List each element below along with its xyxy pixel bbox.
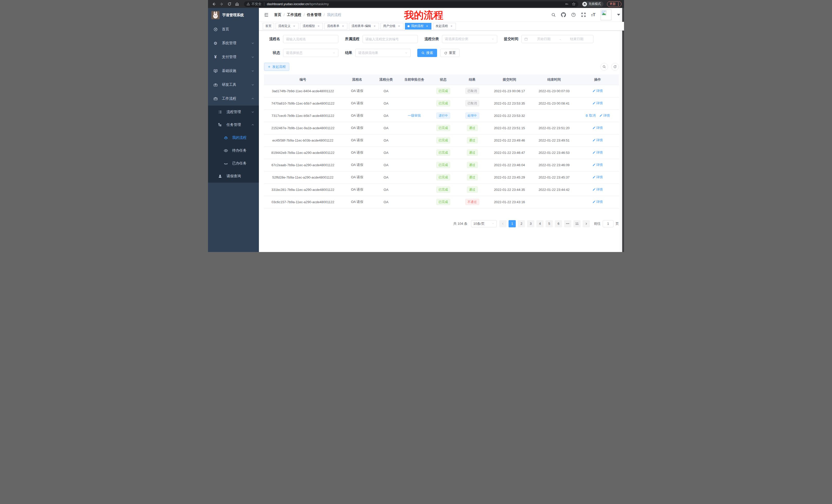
cancel-button[interactable]: 取消 [585, 113, 596, 118]
cell-status: 进行中 [429, 109, 458, 122]
breadcrumb-item-workflow[interactable]: 工作流程 [287, 12, 301, 17]
page-button-2[interactable]: 2 [518, 220, 525, 227]
sidebar-item-leave-query[interactable]: 请假查询 [208, 170, 259, 183]
page-button-5[interactable]: 5 [546, 220, 553, 227]
dashboard-icon [213, 27, 218, 32]
start-process-button[interactable]: 发起流程 [264, 63, 289, 71]
close-icon[interactable] [425, 24, 429, 28]
sidebar-collapse-button[interactable] [263, 12, 270, 18]
close-icon[interactable] [317, 24, 320, 28]
detail-label: 详情 [596, 200, 603, 204]
detail-button[interactable]: 详情 [592, 150, 603, 155]
current-task-link[interactable]: 一级审批 [408, 113, 421, 118]
detail-button[interactable]: 详情 [599, 113, 610, 118]
detail-button[interactable]: 详情 [592, 187, 603, 192]
goto-page-input[interactable] [603, 220, 614, 227]
detail-button[interactable]: 详情 [592, 89, 603, 93]
page-button-6[interactable]: 6 [555, 220, 562, 227]
result-select[interactable]: 请选择流结果 [355, 49, 411, 57]
close-icon[interactable] [397, 24, 401, 28]
sidebar-item-task-management[interactable]: 任务管理 [208, 118, 259, 131]
address-bar[interactable]: 不安全 dashboard.yudao.iocoder.cn /bpm/task… [244, 1, 578, 7]
browser-update-button[interactable]: 更新 [607, 1, 621, 7]
browser-menu-dots-icon[interactable] [618, 2, 619, 6]
process-name-input[interactable] [283, 35, 338, 43]
page-size-select[interactable]: 10条/页 [471, 220, 497, 227]
header-search-icon[interactable] [551, 12, 556, 17]
browser-back-button[interactable] [211, 1, 217, 7]
result-badge: 通过 [467, 137, 478, 143]
sidebar-item-infrastructure[interactable]: 基础设施 [208, 64, 259, 78]
sidebar-item-done-tasks[interactable]: 已办任务 [208, 157, 259, 170]
help-icon[interactable] [571, 12, 576, 17]
browser-home-button[interactable] [234, 1, 240, 7]
security-indicator[interactable]: 不安全 [246, 2, 261, 6]
breadcrumb-item-home[interactable]: 首页 [274, 12, 281, 17]
sidebar-item-my-process[interactable]: 我的流程 [208, 131, 259, 144]
process-definition-input[interactable] [363, 35, 418, 43]
sidebar-item-system[interactable]: ⚙ 系统管理 [208, 36, 259, 50]
detail-button[interactable]: 详情 [592, 175, 603, 179]
tab-home[interactable]: 首页 [263, 23, 274, 30]
password-key-icon[interactable] [565, 2, 569, 6]
fullscreen-icon[interactable] [581, 12, 586, 17]
browser-forward-button[interactable] [218, 1, 225, 7]
cell-end-time [532, 109, 576, 122]
bookmark-star-icon[interactable] [572, 2, 576, 6]
search-button[interactable]: 搜索 [417, 49, 437, 57]
font-size-icon[interactable] [591, 12, 595, 17]
hide-search-button[interactable] [600, 63, 608, 71]
tab-process-model[interactable]: 流程模型 [300, 23, 323, 30]
breadcrumb-item-task-management[interactable]: 任务管理 [307, 12, 321, 17]
page-button-3[interactable]: 3 [527, 220, 534, 227]
process-category-select[interactable]: 请选择流程分类 [442, 35, 497, 43]
table-row: 3ad174fb-7b9d-11ec-8404-acde48001122 OA … [264, 85, 619, 97]
refresh-table-button[interactable] [611, 63, 619, 71]
close-icon[interactable] [292, 24, 296, 28]
sidebar-item-label: 请假查询 [227, 174, 254, 178]
detail-button[interactable]: 详情 [592, 125, 603, 130]
tab-process-form-edit[interactable]: 流程表单-编辑 [349, 23, 379, 30]
cell-end-time: 2022-01-22 23:46:09 [532, 159, 576, 171]
process-definition-input-field[interactable] [365, 37, 415, 41]
incognito-badge: 无痕模式 [582, 1, 603, 7]
tab-my-process[interactable]: 我的流程 [405, 23, 432, 30]
chevron-down-icon [492, 222, 494, 225]
eye-closed-icon [223, 161, 229, 166]
detail-button[interactable]: 详情 [592, 200, 603, 204]
sidebar-item-workflow[interactable]: 工作流程 [208, 92, 259, 106]
detail-button[interactable]: 详情 [592, 163, 603, 167]
tab-user-group[interactable]: 用户分组 [381, 23, 404, 30]
sidebar-item-process-management[interactable]: 流程管理 [208, 106, 259, 118]
app-logo[interactable]: 芋道管理系统 [208, 8, 259, 22]
tab-start-process[interactable]: 发起流程 [433, 23, 456, 30]
sidebar-item-todo-tasks[interactable]: 待办任务 [208, 144, 259, 157]
avatar[interactable] [601, 9, 612, 20]
cell-name: OA 请假 [342, 97, 372, 109]
browser-reload-button[interactable] [226, 1, 233, 7]
detail-button[interactable]: 详情 [592, 101, 603, 106]
close-icon[interactable] [450, 24, 453, 28]
sidebar-item-home[interactable]: 首页 [208, 22, 259, 36]
tab-process-definition[interactable]: 流程定义 [276, 23, 298, 30]
tab-label: 用户分组 [383, 24, 395, 28]
page-button-1[interactable]: 1 [509, 220, 516, 227]
page-button-4[interactable]: 4 [536, 220, 544, 227]
process-name-input-field[interactable] [286, 37, 336, 41]
tab-process-form[interactable]: 流程表单 [324, 23, 347, 30]
next-page-button[interactable] [582, 220, 590, 227]
prev-page-button[interactable] [499, 220, 506, 227]
reset-button[interactable]: 重置 [440, 49, 460, 57]
window-scrollbar[interactable] [622, 8, 624, 252]
submit-time-range-picker[interactable]: 开始日期 - 结束日期 [521, 35, 593, 43]
more-pages-button[interactable]: ••• [564, 220, 571, 227]
status-select[interactable]: 请选择状态 [283, 49, 338, 57]
close-icon[interactable] [341, 24, 345, 28]
sidebar-item-dev-tools[interactable]: 研发工具 [208, 78, 259, 92]
avatar-dropdown-caret[interactable] [617, 14, 620, 16]
sidebar-item-payment[interactable]: ¥ 支付管理 [208, 50, 259, 64]
detail-button[interactable]: 详情 [592, 138, 603, 143]
github-icon[interactable] [561, 12, 566, 17]
page-button-11[interactable]: 11 [573, 220, 580, 227]
close-icon[interactable] [373, 24, 376, 28]
